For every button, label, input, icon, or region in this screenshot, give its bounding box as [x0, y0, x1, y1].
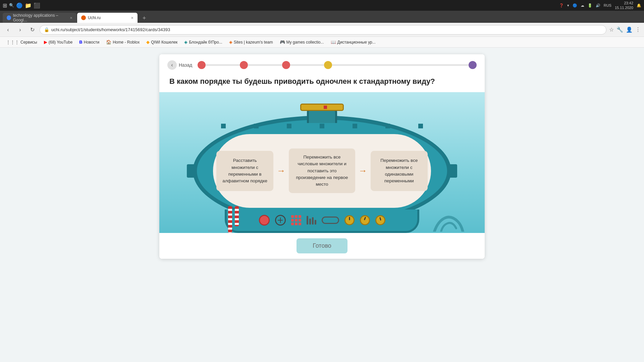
- bookmark-roblox-label: Home - Roblox: [113, 40, 140, 45]
- back-button[interactable]: ‹ Назад: [167, 60, 192, 70]
- tab-close-google[interactable]: ✕: [70, 16, 72, 20]
- lock-icon: 🔒: [44, 27, 49, 32]
- tab-favicon-uchi: [81, 15, 86, 20]
- back-label: Назад: [179, 62, 192, 68]
- title-bar-left: ⊞ 🔍 🔵 📁 ⬛: [3, 2, 40, 9]
- qiwi-icon: ◆: [146, 40, 150, 45]
- progress-line-2: [248, 64, 282, 66]
- left-connector: [187, 164, 195, 178]
- cloud-icon: ☁: [581, 3, 584, 8]
- url-box[interactable]: 🔒 uchi.ru/subject/1/students/homeworks/1…: [40, 25, 606, 35]
- bookmark-qiwi-label: QIWI Кошелек: [151, 40, 177, 45]
- pipes-decoration: [228, 206, 239, 233]
- youtube-icon: ▶: [44, 40, 47, 45]
- new-tab-button[interactable]: +: [140, 13, 149, 23]
- progress-dot-3: [282, 61, 290, 69]
- back-arrow-icon: ‹: [167, 60, 177, 70]
- tab-bar: technology applications – Googl... ✕ Uch…: [0, 11, 644, 23]
- bookmark-distance-label: Дистанционные ур...: [337, 40, 376, 45]
- arrow-1: →: [277, 166, 285, 176]
- tab-close-uchi[interactable]: ✕: [131, 16, 133, 20]
- tab-label-google: technology applications – Googl...: [13, 13, 68, 22]
- extension-icon[interactable]: 🔧: [616, 26, 623, 33]
- bookmark-youtube-label: (68) YouTube: [49, 40, 73, 45]
- tiles-icon[interactable]: ⬛: [34, 2, 40, 9]
- time: 23:42: [615, 1, 633, 5]
- bookmark-distance[interactable]: 📖 Дистанционные ур...: [328, 38, 378, 46]
- card-question: В каком порядке ты будешь приводить одно…: [159, 73, 485, 92]
- periscope-top: [300, 104, 344, 111]
- bookmark-games[interactable]: 🎮 My games collectio...: [277, 38, 327, 46]
- progress-line-3: [290, 64, 324, 66]
- expand-icon[interactable]: ▾: [567, 3, 569, 8]
- submarine-inner: Расставить множители с переменными в алф…: [213, 134, 431, 208]
- roblox-icon: 🏠: [106, 40, 111, 45]
- step-card-2: Перемножить все числовые множители и пос…: [289, 148, 355, 193]
- tab-google[interactable]: technology applications – Googl... ✕: [3, 13, 76, 23]
- bookmark-klondike-label: Блондайк б!Про...: [189, 40, 222, 45]
- ready-button[interactable]: Готово: [297, 238, 347, 253]
- bookmark-services-label: Сервисы: [20, 40, 37, 45]
- progress-dot-2: [240, 61, 248, 69]
- bookmark-sites[interactable]: ◈ Sites | kazeum's team: [226, 38, 276, 46]
- bookmark-klondike[interactable]: ◈ Блондайк б!Про...: [181, 38, 225, 46]
- periscope: [307, 109, 337, 123]
- distance-icon: 📖: [331, 40, 336, 45]
- bookmark-star-icon[interactable]: ☆: [609, 26, 614, 33]
- bookmark-news-label: Новости: [84, 40, 99, 45]
- clock: 23:42 15.11.2020: [615, 1, 633, 10]
- news-icon: В: [79, 40, 82, 45]
- bookmark-services[interactable]: ⋮⋮⋮ Сервисы: [3, 38, 40, 46]
- bookmark-qiwi[interactable]: ◆ QIWI Кошелек: [144, 38, 180, 46]
- ctrl-gauge-2: [360, 215, 370, 225]
- explorer-icon[interactable]: 📁: [25, 2, 32, 9]
- ctrl-gauge-1: [344, 215, 355, 225]
- progress-dot-4: [324, 61, 332, 69]
- games-icon: 🎮: [280, 40, 285, 45]
- date: 15.11.2020: [615, 5, 633, 10]
- ctrl-bars: [307, 216, 316, 225]
- ctrl-gauge-3: [375, 215, 385, 225]
- windows-icon[interactable]: ⊞: [3, 2, 7, 9]
- card-progress: ‹ Назад: [159, 54, 485, 73]
- ctrl-pill: [322, 217, 339, 224]
- progress-dot-1: [198, 61, 206, 69]
- bookmark-news[interactable]: В Новости: [76, 38, 102, 46]
- bookmark-roblox[interactable]: 🏠 Home - Roblox: [103, 38, 142, 46]
- battery-icon: 🔋: [588, 3, 592, 8]
- tab-favicon-google: [7, 15, 11, 20]
- ctrl-crosshair: [275, 215, 286, 226]
- services-icon: ⋮⋮⋮: [6, 40, 19, 45]
- bookmark-youtube[interactable]: ▶ (68) YouTube: [41, 38, 75, 46]
- submarine-illustration: Расставить множители с переменными в алф…: [159, 92, 485, 233]
- lang-label[interactable]: RUS: [604, 3, 611, 7]
- account-icon[interactable]: 👤: [626, 26, 633, 33]
- step-text-3: Перемножить все множители с одинаковыми …: [377, 157, 422, 184]
- reload-button[interactable]: ↻: [28, 25, 37, 35]
- progress-dot-5: [469, 61, 477, 69]
- control-panel: [225, 209, 419, 233]
- step-text-1: Расставить множители с переменными в алф…: [222, 157, 267, 184]
- ctrl-grid: [291, 215, 301, 225]
- chrome-icon[interactable]: 🔵: [16, 2, 23, 9]
- url-text: uchi.ru/subject/1/students/homeworks/174…: [51, 27, 170, 32]
- bluetooth-icon: 🔵: [573, 3, 577, 8]
- arrow-2: →: [359, 166, 367, 176]
- help-icon[interactable]: ❓: [559, 3, 564, 8]
- exercise-card: ‹ Назад В каком порядке ты будешь привод…: [159, 54, 485, 259]
- tentacle-decoration: [431, 212, 465, 233]
- notification-icon[interactable]: 🔔: [637, 3, 641, 8]
- forward-button[interactable]: ›: [15, 25, 25, 35]
- speaker-icon[interactable]: 🔊: [596, 3, 600, 8]
- step-text-2: Перемножить все числовые множители и пос…: [295, 154, 349, 188]
- page-content: ‹ Назад В каком порядке ты будешь привод…: [0, 48, 644, 362]
- bookmark-games-label: My games collectio...: [286, 40, 324, 45]
- sites-icon: ◈: [229, 40, 232, 45]
- back-button[interactable]: ‹: [3, 25, 13, 35]
- step-card-1: Расставить множители с переменными в алф…: [216, 151, 273, 191]
- bookmarks-bar: ⋮⋮⋮ Сервисы ▶ (68) YouTube В Новости 🏠 H…: [0, 37, 644, 48]
- tab-uchi[interactable]: Uchi.ru ✕: [77, 13, 138, 23]
- progress-line-4: [332, 64, 469, 66]
- search-icon[interactable]: 🔍: [9, 3, 14, 8]
- menu-icon[interactable]: ⋮: [635, 26, 641, 33]
